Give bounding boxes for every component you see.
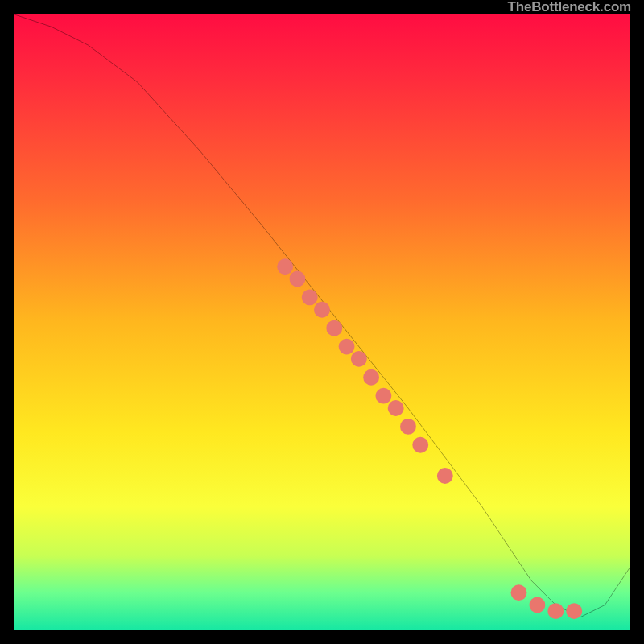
scatter-dot [511, 584, 527, 601]
bottleneck-line-chart [14, 14, 630, 630]
scatter-dot [375, 388, 391, 404]
watermark-text: TheBottleneck.com [508, 0, 631, 14]
scatter-dot [566, 603, 582, 619]
scatter-dot [363, 369, 379, 386]
scatter-dots [277, 258, 582, 619]
scatter-dot [302, 290, 318, 306]
scatter-dot [277, 258, 293, 275]
scatter-dot [400, 419, 416, 435]
scatter-dot [290, 271, 306, 287]
scatter-dot [412, 437, 428, 453]
scatter-dot [437, 468, 453, 484]
scatter-dot [547, 603, 564, 619]
scatter-dot [351, 351, 367, 367]
scatter-dot [314, 302, 330, 318]
scatter-dot [339, 339, 355, 355]
scatter-dot [388, 400, 404, 416]
scatter-dot [529, 597, 545, 613]
scatter-dot [326, 320, 342, 336]
chart-frame: TheBottleneck.com [0, 0, 644, 644]
